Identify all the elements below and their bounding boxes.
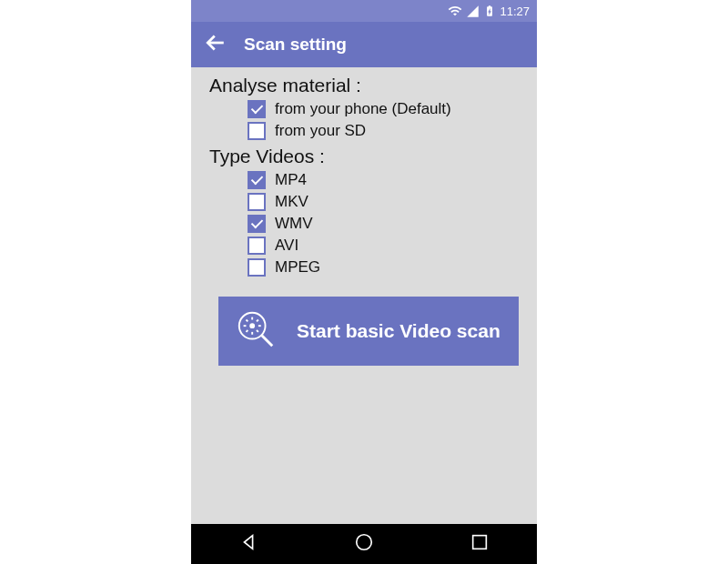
option-avi[interactable]: AVI [248, 237, 528, 255]
checkbox-sd[interactable] [248, 122, 266, 140]
checkbox-phone[interactable] [248, 100, 266, 118]
svg-line-8 [257, 330, 258, 332]
checkbox-mpeg[interactable] [248, 258, 266, 277]
app-bar: Scan setting [191, 22, 537, 67]
signal-icon [466, 5, 480, 18]
option-mkv[interactable]: MKV [248, 193, 528, 211]
battery-icon [483, 5, 496, 17]
magnify-gear-icon [235, 308, 277, 354]
start-scan-label: Start basic Video scan [297, 320, 500, 342]
option-label: MKV [275, 193, 308, 211]
option-phone[interactable]: from your phone (Default) [248, 100, 528, 118]
checkbox-mp4[interactable] [248, 171, 266, 189]
option-label: WMV [275, 215, 313, 233]
option-mpeg[interactable]: MPEG [248, 258, 528, 277]
nav-back-button[interactable] [211, 525, 286, 563]
analyse-section-label: Analyse material : [209, 75, 528, 96]
checkbox-avi[interactable] [248, 237, 266, 255]
option-label: MP4 [275, 171, 307, 189]
wifi-icon [448, 4, 462, 18]
nav-recent-button[interactable] [442, 525, 517, 563]
option-mp4[interactable]: MP4 [248, 171, 528, 189]
svg-rect-12 [472, 536, 486, 549]
svg-point-11 [357, 535, 372, 550]
option-label: AVI [275, 237, 298, 255]
nav-home-button[interactable] [327, 525, 401, 563]
checkbox-wmv[interactable] [248, 215, 266, 233]
nav-bar [191, 524, 537, 564]
option-sd[interactable]: from your SD [248, 122, 528, 140]
svg-line-9 [257, 319, 258, 321]
status-time: 11:27 [500, 5, 530, 18]
option-label: MPEG [275, 258, 320, 277]
svg-line-1 [262, 336, 273, 347]
option-label: from your phone (Default) [275, 100, 451, 118]
content-area: Analyse material : from your phone (Defa… [191, 67, 537, 366]
option-label: from your SD [275, 122, 366, 140]
phone-frame: 11:27 Scan setting Analyse material : fr… [191, 0, 537, 564]
svg-point-2 [249, 323, 255, 328]
page-title: Scan setting [244, 35, 347, 55]
option-wmv[interactable]: WMV [248, 215, 528, 233]
back-icon[interactable] [202, 29, 229, 60]
checkbox-mkv[interactable] [248, 193, 266, 211]
svg-line-7 [246, 319, 248, 321]
start-scan-button[interactable]: Start basic Video scan [218, 297, 519, 366]
types-section-label: Type Videos : [209, 146, 528, 167]
svg-line-10 [246, 330, 248, 332]
status-bar: 11:27 [191, 0, 537, 22]
